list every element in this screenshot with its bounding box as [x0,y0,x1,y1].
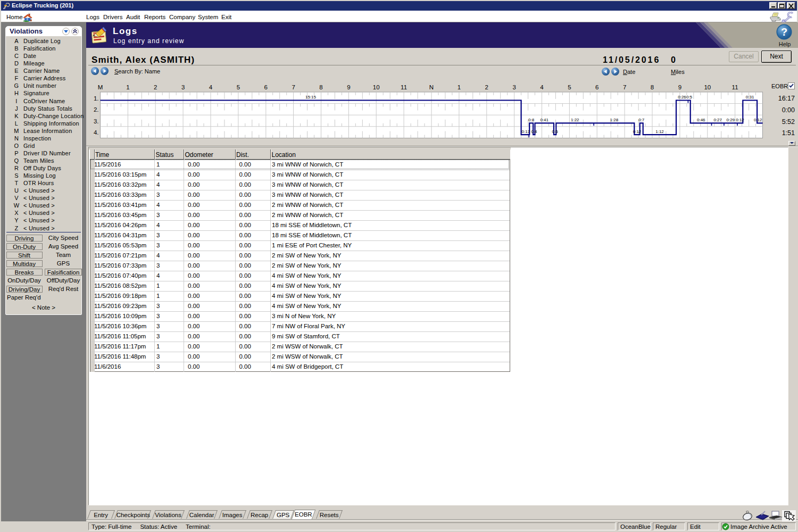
svg-text:8: 8 [651,84,654,90]
svg-text:10: 10 [704,84,711,90]
svg-text:2: 2 [485,84,488,90]
svg-text:0:4: 0:4 [531,129,537,134]
svg-text:0:29: 0:29 [727,118,735,122]
svg-text:0:41: 0:41 [540,118,548,122]
svg-text:3.: 3. [94,118,99,124]
svg-text:0:17: 0:17 [522,129,530,134]
svg-text:0:5: 0:5 [686,95,693,99]
svg-text:11: 11 [732,84,738,90]
svg-text:1.: 1. [94,95,99,102]
svg-text:1:22: 1:22 [571,118,579,122]
svg-text:4.: 4. [94,129,99,136]
svg-text:6: 6 [264,84,268,90]
svg-text:7: 7 [623,84,626,90]
svg-text:0:7: 0:7 [638,118,645,122]
svg-text:3: 3 [181,84,185,90]
svg-text:9: 9 [347,84,350,90]
svg-text:2.: 2. [94,106,99,113]
svg-text:0:46: 0:46 [697,118,705,122]
svg-text:N: N [429,84,434,90]
svg-text:4: 4 [209,84,213,90]
svg-text:3: 3 [512,84,516,90]
svg-text:6: 6 [595,84,598,90]
svg-text:0:31: 0:31 [746,95,754,99]
svg-text:2: 2 [154,84,157,90]
svg-text:15:15: 15:15 [305,95,317,99]
svg-text:7: 7 [292,84,295,90]
svg-text:11: 11 [401,84,407,90]
svg-text:0:27: 0:27 [713,118,722,122]
svg-text:0:12: 0:12 [633,129,642,134]
svg-text:0:12: 0:12 [736,118,744,122]
svg-text:0:26: 0:26 [678,95,686,99]
svg-text:1: 1 [126,84,129,90]
svg-text:1:28: 1:28 [610,118,619,122]
svg-text:?: ? [781,26,787,38]
svg-text:9: 9 [678,84,681,90]
svg-text:0:5: 0:5 [552,129,559,134]
svg-text:10: 10 [373,84,380,90]
svg-text:M: M [98,84,103,90]
svg-text:0:8: 0:8 [528,118,535,122]
svg-text:4: 4 [540,84,544,90]
svg-text:5: 5 [237,84,240,90]
svg-text:1: 1 [458,84,461,90]
svg-text:8: 8 [319,84,322,90]
svg-text:1:12: 1:12 [655,129,664,134]
svg-text:5: 5 [568,84,571,90]
